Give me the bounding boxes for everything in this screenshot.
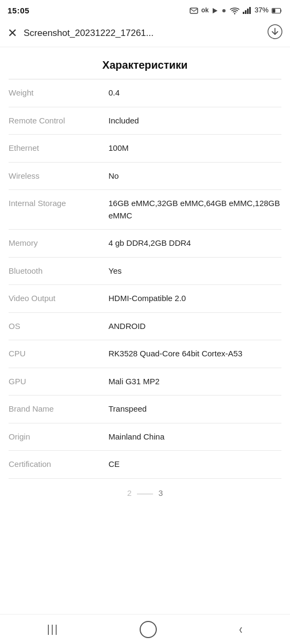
spec-value: 0.4 — [108, 87, 281, 99]
spec-value: Mainland China — [108, 431, 281, 443]
spec-label: Origin — [9, 431, 100, 443]
spec-value: Mali G31 MP2 — [108, 376, 281, 388]
table-row: BluetoothYes — [9, 258, 281, 286]
battery-icon — [272, 6, 282, 14]
status-time: 15:05 — [8, 6, 30, 15]
pagination: 2 —— 3 — [9, 479, 281, 505]
svg-rect-5 — [247, 9, 249, 14]
nav-menu-button[interactable]: ||| — [34, 619, 72, 640]
table-row: CertificationCE — [9, 451, 281, 479]
spec-value: Yes — [108, 265, 281, 277]
spec-value: No — [108, 170, 281, 182]
table-row: OSANDROID — [9, 313, 281, 341]
section-title: Характеристики — [9, 47, 281, 79]
svg-marker-1 — [213, 8, 218, 13]
spec-value: 16GB eMMC,32GB eMMC,64GB eMMC,128GB eMMC — [108, 197, 281, 222]
battery-percentage: 37% — [255, 6, 269, 14]
spec-label: Remote Control — [9, 115, 100, 127]
signal-icon — [243, 6, 251, 14]
table-row: Weight0.4 — [9, 79, 281, 107]
content-area: Характеристики Weight0.4Remote ControlIn… — [0, 47, 290, 505]
page-2[interactable]: 2 — [127, 488, 132, 497]
spec-value: ANDROID — [108, 320, 281, 333]
table-row: WirelessNo — [9, 163, 281, 191]
notification-icons: ok — [190, 6, 227, 14]
spec-label: Wireless — [9, 170, 100, 182]
svg-rect-3 — [243, 12, 244, 14]
spec-value: 100M — [108, 142, 281, 155]
spec-value: HDMI-Compatible 2.0 — [108, 292, 281, 305]
spec-value: Transpeed — [108, 403, 281, 415]
svg-rect-4 — [245, 10, 247, 14]
svg-point-2 — [234, 13, 235, 14]
spec-label: Certification — [9, 458, 100, 471]
spec-value: CE — [108, 458, 281, 471]
status-right: ok 37% — [190, 6, 282, 14]
svg-rect-8 — [273, 9, 276, 13]
nav-bar: ||| ‹ — [0, 614, 290, 644]
table-row: Internal Storage16GB eMMC,32GB eMMC,64GB… — [9, 190, 281, 230]
table-row: Memory4 gb DDR4,2GB DDR4 — [9, 230, 281, 258]
table-row: Brand NameTranspeed — [9, 396, 281, 423]
spec-label: Memory — [9, 237, 100, 250]
file-title: Screenshot_20231222_17261... — [24, 28, 261, 39]
spec-label: GPU — [9, 376, 100, 388]
spec-label: Bluetooth — [9, 265, 100, 277]
wifi-icon — [230, 6, 240, 14]
spec-label: OS — [9, 320, 100, 333]
top-bar: ✕ Screenshot_20231222_17261... — [0, 19, 290, 47]
table-row: OriginMainland China — [9, 423, 281, 451]
table-row: GPUMali G31 MP2 — [9, 368, 281, 396]
table-row: Video OutputHDMI-Compatible 2.0 — [9, 285, 281, 313]
svg-rect-0 — [190, 8, 198, 13]
spec-label: Weight — [9, 87, 100, 99]
status-bar: 15:05 ok 37% — [0, 0, 290, 19]
table-row: Remote ControlIncluded — [9, 107, 281, 135]
spec-value: Included — [108, 115, 281, 127]
page-3[interactable]: 3 — [158, 488, 163, 497]
spec-label: Ethernet — [9, 142, 100, 155]
table-row: CPURK3528 Quad-Core 64bit Cortex-A53 — [9, 340, 281, 368]
spec-value: RK3528 Quad-Core 64bit Cortex-A53 — [108, 348, 281, 360]
spec-value: 4 gb DDR4,2GB DDR4 — [108, 237, 281, 250]
spec-label: Internal Storage — [9, 197, 100, 210]
svg-rect-6 — [249, 7, 251, 14]
download-button[interactable] — [267, 24, 282, 42]
spec-label: CPU — [9, 348, 100, 360]
nav-back-button[interactable]: ‹ — [230, 617, 251, 642]
page-separator: —— — [137, 488, 153, 497]
spec-table: Weight0.4Remote ControlIncludedEthernet1… — [9, 79, 281, 479]
nav-home-button[interactable] — [140, 621, 157, 638]
table-row: Ethernet100M — [9, 135, 281, 163]
spec-label: Video Output — [9, 292, 100, 305]
spec-label: Brand Name — [9, 403, 100, 415]
close-button[interactable]: ✕ — [8, 27, 17, 39]
